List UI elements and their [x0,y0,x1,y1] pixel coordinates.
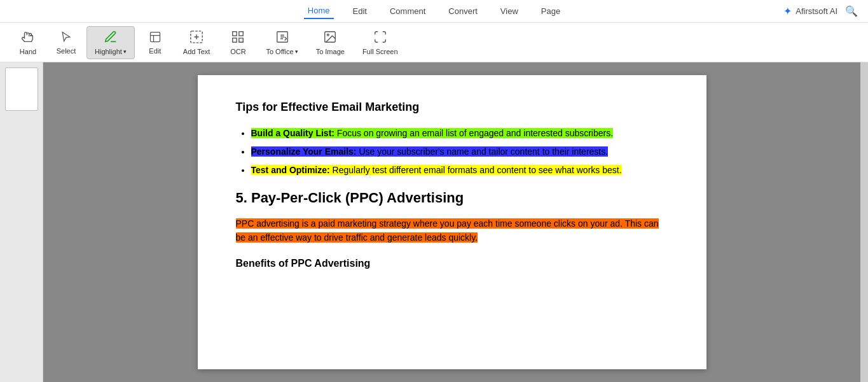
ocr-tool-button[interactable]: OCR [220,26,256,59]
svg-rect-4 [233,38,237,41]
ppc-body: PPC advertising is a paid marketing stra… [236,216,668,245]
bullet-item-2: Personalize Your Emails: Use your subscr… [251,145,668,159]
bullet3-text: Regularly test different email formats a… [333,165,622,175]
brand-name: Afirstsoft AI [796,6,837,16]
bullet2-highlighted: Personalize Your Emails: Use your subscr… [251,146,609,157]
edit-tool-button[interactable]: Edit [137,26,173,59]
bullet3-highlighted: Test and Optimize: Regularly test differ… [251,165,622,175]
menu-item-view[interactable]: View [497,4,522,18]
menu-right: ✦ Afirstsoft AI 🔍 [783,5,858,17]
add-text-icon [189,30,203,46]
highlight-icon [104,30,118,46]
menu-bar: Home Edit Comment Convert View Page ✦ Af… [0,0,868,23]
main-area: Tips for Effective Email Marketing Build… [0,62,868,382]
menu-items: Home Edit Comment Convert View Page [304,3,564,19]
menu-item-page[interactable]: Page [537,4,564,18]
edit-icon [149,31,162,45]
select-icon [60,31,72,45]
bullet-item-1: Build a Quality List: Focus on growing a… [251,127,668,140]
to-image-icon [323,30,337,46]
scrollbar-right[interactable] [860,62,868,382]
ocr-icon [231,30,245,46]
to-office-dropdown-arrow: ▾ [295,48,298,55]
highlight-tool-button[interactable]: Highlight ▾ [86,26,135,59]
toolbar: Hand Select Highlight ▾ Edit [0,23,868,62]
highlight-tool-label: Highlight ▾ [95,48,127,55]
to-office-tool-label: To Office ▾ [266,48,298,55]
bullet1-text: Focus on growing an email list of engage… [337,128,613,138]
benefits-title: Benefits of PPC Advertising [236,258,668,269]
email-marketing-title: Tips for Effective Email Marketing [236,101,668,114]
document-area[interactable]: Tips for Effective Email Marketing Build… [43,62,860,382]
select-tool-button[interactable]: Select [48,26,84,59]
add-text-tool-label: Add Text [183,48,210,55]
highlight-dropdown-arrow: ▾ [123,48,127,55]
bullet1-highlighted: Build a Quality List: Focus on growing a… [251,128,614,138]
brand-icon: ✦ [783,5,792,17]
svg-rect-3 [239,31,243,35]
bullet1-bold: Build a Quality List: [251,128,334,138]
brand: ✦ Afirstsoft AI [783,5,837,17]
bullet-item-3: Test and Optimize: Regularly test differ… [251,164,668,177]
page-thumbnail[interactable] [5,67,38,111]
ppc-title: 5. Pay-Per-Click (PPC) Advertising [236,190,668,206]
hand-tool-label: Hand [20,48,36,55]
to-office-tool-button[interactable]: To Office ▾ [258,26,305,59]
edit-tool-label: Edit [149,47,161,55]
svg-rect-2 [233,31,237,35]
svg-rect-0 [150,32,160,41]
full-screen-tool-label: Full Screen [362,48,398,55]
search-icon[interactable]: 🔍 [845,5,858,17]
hand-icon [21,30,35,46]
select-tool-label: Select [57,47,76,55]
ppc-body-highlighted: PPC advertising is a paid marketing stra… [236,218,659,243]
hand-tool-button[interactable]: Hand [10,26,46,59]
menu-item-home[interactable]: Home [304,3,334,19]
menu-item-edit[interactable]: Edit [349,4,371,18]
svg-point-7 [327,34,329,36]
full-screen-tool-button[interactable]: Full Screen [355,26,406,59]
menu-item-comment[interactable]: Comment [386,4,429,18]
to-image-tool-button[interactable]: To Image [308,26,352,59]
ocr-tool-label: OCR [230,48,245,55]
full-screen-icon [373,30,387,46]
document-page: Tips for Effective Email Marketing Build… [198,75,706,369]
add-text-tool-button[interactable]: Add Text [176,26,218,59]
sidebar-left [0,62,43,382]
bullet2-text: Use your subscriber's name and tailor co… [359,146,608,157]
bullet3-bold: Test and Optimize: [251,165,330,175]
bullet2-bold: Personalize Your Emails: [251,146,357,157]
menu-item-convert[interactable]: Convert [444,4,481,18]
to-image-tool-label: To Image [316,48,345,55]
bullet-list: Build a Quality List: Focus on growing a… [251,127,668,177]
to-office-icon [275,30,289,46]
